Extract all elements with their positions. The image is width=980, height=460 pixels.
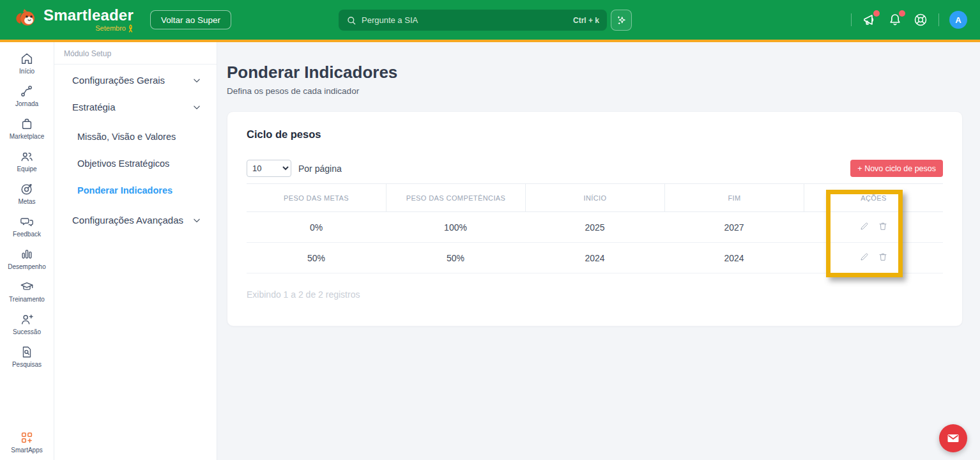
shopping-bag-icon [20, 117, 34, 131]
person-plus-icon [20, 312, 34, 326]
sidebar-item-configuracoes-avancadas[interactable]: Configurações Avançadas [72, 215, 201, 226]
target-icon [20, 182, 34, 196]
chevron-down-icon [192, 216, 201, 225]
cell-fim: 2024 [664, 243, 804, 273]
per-page-select[interactable]: 10 [247, 160, 291, 177]
cell-peso-competencias: 100% [386, 212, 525, 243]
column-header-peso-competencias: PESO DAS COMPETÊNCIAS [386, 184, 525, 212]
rail-item-pesquisas[interactable]: Pesquisas [0, 345, 54, 368]
rail-item-inicio[interactable]: Início [0, 52, 54, 75]
icon-rail-sidebar: Início Jornada Marketplace Equipe Metas … [0, 42, 54, 460]
module-sidebar: Módulo Setup Configurações Gerais Estrat… [54, 42, 217, 460]
sidebar-section-label: Módulo Setup [54, 42, 217, 64]
edit-button[interactable] [858, 250, 871, 265]
trash-icon [878, 221, 888, 231]
rail-item-marketplace[interactable]: Marketplace [0, 117, 54, 140]
rail-item-desempenho[interactable]: Desempenho [0, 247, 54, 270]
cell-actions [804, 212, 943, 243]
notifications-button[interactable] [887, 12, 903, 27]
cell-peso-metas: 50% [247, 243, 386, 273]
delete-button[interactable] [877, 220, 889, 234]
sidebar-item-configuracoes-gerais[interactable]: Configurações Gerais [72, 75, 201, 86]
column-header-fim: FIM [664, 184, 804, 212]
header-divider [851, 13, 852, 26]
rail-item-smartapps[interactable]: SmartApps [0, 431, 54, 454]
pencil-icon [859, 221, 869, 231]
page-title: Ponderar Indicadores [227, 63, 963, 82]
sidebar-item-estrategia[interactable]: Estratégia [72, 102, 201, 112]
help-button[interactable] [913, 12, 928, 27]
header-divider [938, 13, 939, 26]
card-title: Ciclo de pesos [247, 128, 943, 141]
chevron-down-icon [192, 103, 201, 112]
ai-sparkle-button[interactable] [611, 10, 632, 31]
weight-cycles-table: PESO DAS METAS PESO DAS COMPETÊNCIAS INÍ… [247, 183, 943, 273]
column-header-inicio: INÍCIO [525, 184, 664, 212]
cell-peso-metas: 0% [247, 212, 386, 243]
cell-fim: 2027 [664, 212, 804, 243]
rail-item-jornada[interactable]: Jornada [0, 84, 54, 107]
table-row: 50% 50% 2024 2024 [247, 243, 943, 273]
team-icon [20, 150, 34, 164]
envelope-icon [946, 431, 961, 446]
per-page-label: Por página [298, 164, 342, 174]
cell-inicio: 2025 [525, 212, 664, 243]
search-input[interactable] [362, 15, 573, 25]
notification-dot [899, 10, 905, 17]
table-header-row: PESO DAS METAS PESO DAS COMPETÊNCIAS INÍ… [247, 184, 943, 212]
top-header: Smartleader Setembro Voltar ao Super Ctr… [0, 0, 980, 40]
rail-item-feedback[interactable]: Feedback [0, 215, 54, 238]
home-icon [20, 52, 34, 66]
announcements-button[interactable] [862, 12, 877, 27]
rail-item-metas[interactable]: Metas [0, 182, 54, 205]
brand-name: Smartleader [43, 8, 134, 23]
pencil-icon [859, 252, 869, 262]
weight-cycle-card: Ciclo de pesos 10 Por página + Novo cicl… [227, 111, 963, 326]
graduation-cap-icon [20, 280, 34, 294]
bar-chart-icon [20, 247, 34, 261]
sidebar-item-ponderar-indicadores[interactable]: Ponderar Indicadores [77, 185, 201, 195]
edit-button[interactable] [858, 220, 871, 234]
search-shortcut-hint: Ctrl + k [573, 16, 599, 25]
user-avatar[interactable]: A [949, 11, 967, 29]
notification-dot [873, 10, 880, 17]
search-icon [346, 15, 356, 26]
lifebuoy-icon [913, 12, 928, 27]
route-icon [20, 84, 34, 98]
rail-item-treinamento[interactable]: Treinamento [0, 280, 54, 303]
chat-bubbles-icon [20, 215, 34, 229]
main-content: Ponderar Indicadores Defina os pesos de … [217, 42, 980, 460]
column-header-peso-metas: PESO DAS METAS [247, 184, 386, 212]
back-to-super-button[interactable]: Voltar ao Super [150, 10, 231, 29]
cell-peso-competencias: 50% [386, 243, 525, 273]
table-row: 0% 100% 2025 2027 [247, 212, 943, 243]
chat-support-button[interactable] [939, 424, 967, 452]
yellow-ribbon-icon [128, 24, 134, 33]
records-count-text: Exibindo 1 a 2 de 2 registros [247, 289, 943, 300]
squirrel-mascot-icon [14, 7, 37, 33]
trash-icon [878, 252, 888, 262]
cell-actions [804, 243, 943, 273]
rail-item-sucessao[interactable]: Sucessão [0, 312, 54, 335]
new-weight-cycle-button[interactable]: + Novo ciclo de pesos [850, 160, 943, 177]
global-search-bar[interactable]: Ctrl + k [339, 10, 607, 31]
brand-logo[interactable]: Smartleader Setembro [14, 7, 134, 33]
sidebar-item-missao-visao-valores[interactable]: Missão, Visão e Valores [77, 132, 201, 142]
chevron-down-icon [192, 76, 201, 85]
delete-button[interactable] [877, 250, 889, 265]
sparkle-icon [616, 15, 627, 26]
brand-campaign-label: Setembro [95, 25, 126, 32]
page-subtitle: Defina os pesos de cada indicador [227, 86, 963, 96]
sidebar-item-objetivos-estrategicos[interactable]: Objetivos Estratégicos [77, 158, 201, 169]
apps-grid-plus-icon [20, 431, 34, 445]
cell-inicio: 2024 [525, 243, 664, 273]
document-search-icon [20, 345, 34, 359]
rail-item-equipe[interactable]: Equipe [0, 150, 54, 172]
column-header-acoes: AÇÕES [804, 184, 943, 212]
